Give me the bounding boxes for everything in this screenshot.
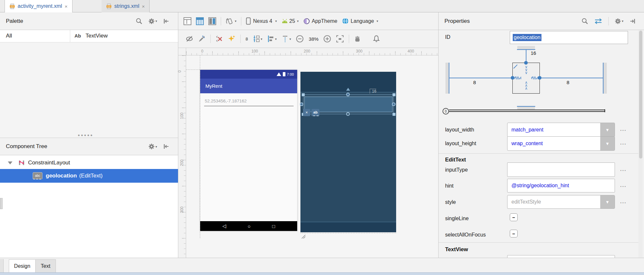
top-margin-value[interactable]: 16 [531, 50, 536, 56]
inputtype-input[interactable] [507, 162, 615, 177]
design-canvas[interactable]: 7:00 MyRent 52.253456,-7.187162 ◁ ○ □ [186, 55, 438, 258]
palette-item-textview[interactable]: TextView [86, 33, 108, 39]
search-icon[interactable] [136, 18, 142, 24]
tool-window-stripe[interactable] [0, 198, 3, 209]
dropdown-arrow-icon[interactable]: ▼ [600, 137, 615, 150]
right-margin-value[interactable]: 8 [567, 80, 569, 85]
device-preview[interactable]: 7:00 MyRent 52.253456,-7.187162 ◁ ○ □ [200, 70, 297, 231]
api-selector[interactable]: 25▾ [282, 18, 299, 24]
geolocation-edittext[interactable]: 52.253456,-7.187162 [204, 97, 294, 106]
resize-handle[interactable] [393, 93, 395, 96]
layout-height-more-button[interactable]: ... [620, 140, 626, 146]
collapse-panel-icon[interactable] [163, 18, 169, 24]
orientation-icon[interactable]: ▾ [226, 17, 236, 25]
editor-tab-bar: <> activity_myrent.xml × <> strings.xml … [0, 0, 644, 12]
constraint-anchor-right[interactable] [392, 102, 395, 106]
layout-width-more-button[interactable]: ... [620, 126, 626, 132]
style-more-button[interactable]: ... [620, 199, 626, 205]
xml-file-icon: <> [106, 4, 112, 9]
dock-right-icon[interactable] [629, 18, 636, 24]
notifications-icon[interactable] [373, 35, 380, 42]
left-margin-value[interactable]: 8 [473, 80, 476, 85]
tab-text[interactable]: Text [36, 259, 56, 273]
tree-item-constraintlayout[interactable]: ConstraintLayout [0, 157, 178, 169]
clipped-field[interactable] [507, 255, 615, 258]
search-icon[interactable] [581, 18, 588, 24]
palette-title: Palette [0, 18, 23, 24]
constraint-anchor-bottom[interactable] [346, 112, 350, 116]
collapse-panel-icon[interactable] [163, 143, 169, 150]
edittext-badge[interactable]: ab [312, 109, 319, 116]
dropdown-arrow-icon[interactable]: ▼ [600, 123, 615, 137]
aspect-corner-icon[interactable] [513, 65, 518, 69]
edittext-icon: abc [33, 172, 42, 179]
layout-width-combo[interactable]: match_parent ▼ [507, 123, 615, 137]
constraint-widget-box[interactable]: ∨∨∨ ∧∧∧ [512, 63, 540, 94]
blueprint-view[interactable]: 16 × ab [300, 72, 396, 232]
left-constraint-line[interactable] [449, 78, 512, 78]
pack-selection-icon[interactable]: ▾ [253, 35, 262, 42]
delete-constraints-badge[interactable]: × [303, 109, 310, 116]
close-icon[interactable]: × [142, 4, 145, 9]
inputtype-more-button[interactable]: ... [620, 166, 626, 172]
anchor-dot-top[interactable] [524, 61, 528, 65]
align-icon[interactable]: ▾ [267, 35, 277, 42]
layout-height-combo[interactable]: wrap_content ▼ [507, 136, 615, 151]
properties-scrollbar[interactable] [638, 30, 643, 258]
right-constraint-line[interactable] [540, 78, 603, 78]
zoom-to-fit-icon[interactable] [336, 35, 344, 43]
tab-activity-myrent[interactable]: <> activity_myrent.xml × [5, 0, 72, 12]
divider [608, 17, 609, 25]
close-icon[interactable]: × [65, 4, 68, 9]
resize-handle[interactable] [393, 113, 395, 116]
bias-slider-handle[interactable]: 0 [443, 108, 449, 115]
scrollbar-thumb[interactable] [639, 31, 642, 159]
bias-slider-track[interactable] [449, 110, 604, 112]
resize-handle[interactable] [302, 93, 305, 96]
singleline-checkbox[interactable]: − [510, 213, 518, 221]
guide-line [186, 69, 200, 70]
autoconnect-icon[interactable] [198, 35, 205, 42]
parent-edge-left [445, 63, 449, 94]
ruler-label: 100 [180, 113, 184, 119]
language-selector[interactable]: Language▾ [342, 18, 378, 24]
zoom-in-icon[interactable] [323, 35, 331, 43]
hint-input[interactable]: @string/geolocation_hint [507, 179, 615, 192]
both-views-icon[interactable] [208, 17, 216, 25]
style-combo[interactable]: editTextStyle ▼ [507, 195, 615, 209]
dropdown-arrow-icon[interactable]: ▼ [600, 195, 615, 208]
theme-selector[interactable]: AppTheme [303, 18, 337, 24]
gear-icon[interactable]: ▾ [148, 143, 157, 150]
tree-item-geolocation-selected[interactable]: abc geolocation (EditText) [0, 169, 178, 183]
show-constraints-icon[interactable] [185, 35, 193, 42]
guidelines-icon[interactable]: ▾ [282, 35, 291, 42]
id-input[interactable]: geolocation [510, 31, 628, 44]
design-view-icon[interactable] [184, 17, 191, 25]
selectallonfocus-checkbox[interactable]: − [510, 230, 518, 237]
anchor-dot-right[interactable] [538, 76, 541, 80]
gear-icon[interactable]: ▾ [148, 18, 157, 24]
pan-icon[interactable] [354, 36, 361, 42]
infer-constraints-icon[interactable] [228, 35, 235, 43]
inputtype-label: inputType [445, 167, 468, 173]
swap-view-icon[interactable] [594, 18, 603, 24]
tab-strings[interactable]: <> strings.xml × [102, 0, 150, 12]
anchor-dot-left[interactable] [511, 76, 514, 80]
tab-design[interactable]: Design [9, 259, 36, 273]
gear-icon[interactable]: ▾ [615, 18, 623, 24]
palette-category-all[interactable]: All [6, 33, 12, 39]
clear-constraints-icon[interactable] [216, 35, 223, 42]
bias-slider-end [604, 109, 605, 112]
device-selector[interactable]: Nexus 4▾ [246, 17, 277, 25]
zoom-level: 38% [309, 36, 318, 42]
constraint-anchor-left[interactable] [300, 102, 303, 106]
panel-splitter-handle[interactable]: ●●●●● [78, 133, 93, 137]
resize-grip-icon[interactable] [301, 234, 306, 239]
top-constraint-line[interactable] [526, 49, 526, 63]
expand-arrow-icon[interactable] [8, 161, 12, 164]
hint-more-button[interactable]: ... [620, 182, 626, 188]
constraint-anchor-top[interactable] [346, 93, 350, 96]
blueprint-view-icon[interactable] [196, 17, 204, 25]
zoom-out-icon[interactable] [296, 35, 304, 43]
default-margin-value[interactable]: 8 [246, 37, 248, 41]
